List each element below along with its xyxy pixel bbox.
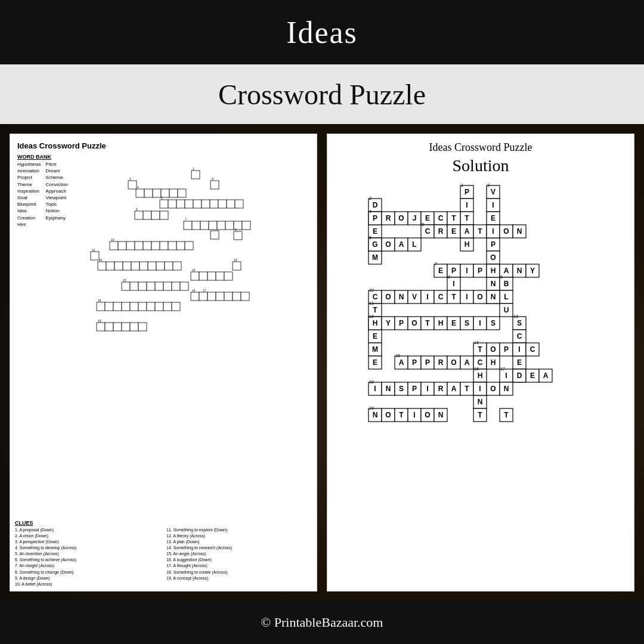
svg-text:T: T	[478, 411, 482, 419]
svg-rect-42	[110, 242, 118, 250]
svg-rect-79	[163, 282, 172, 290]
svg-text:4: 4	[137, 185, 139, 189]
svg-text:N: N	[491, 293, 496, 301]
svg-text:A: A	[504, 267, 509, 275]
svg-text:O: O	[398, 214, 404, 222]
svg-text:N: N	[491, 280, 496, 288]
svg-rect-53	[91, 252, 99, 260]
svg-text:G: G	[372, 240, 377, 249]
svg-rect-11	[178, 189, 186, 197]
svg-rect-59	[131, 262, 140, 270]
svg-text:V: V	[491, 188, 496, 196]
svg-rect-66	[233, 262, 241, 270]
svg-text:3: 3	[212, 177, 213, 181]
word-bank-label: WORD BANK	[17, 154, 69, 160]
svg-text:17: 17	[500, 367, 505, 371]
svg-rect-61	[148, 262, 156, 270]
svg-text:19: 19	[369, 406, 374, 410]
svg-rect-95	[122, 302, 130, 311]
svg-text:N: N	[504, 385, 509, 393]
svg-text:O: O	[477, 293, 482, 301]
svg-text:19: 19	[98, 319, 101, 323]
word-bank-section: WORD BANK Hypothesis Innovation Project …	[17, 154, 69, 370]
svg-rect-4	[128, 181, 137, 189]
svg-rect-57	[114, 262, 123, 270]
svg-text:T: T	[478, 345, 482, 354]
svg-text:I: I	[505, 371, 507, 380]
svg-text:6: 6	[136, 208, 138, 211]
svg-rect-34	[217, 221, 225, 230]
subtitle-title: Crossword Puzzle	[218, 78, 426, 111]
clues-section: CLUES 1. A proposal (Down) 2. A vision (…	[15, 520, 312, 587]
svg-text:O: O	[385, 293, 391, 301]
svg-text:O: O	[503, 227, 509, 236]
right-panel: Ideas Crossword Puzzle Solution .sc { fi…	[327, 134, 634, 592]
svg-rect-48	[160, 242, 168, 250]
svg-rect-90	[241, 292, 249, 301]
svg-text:7: 7	[435, 262, 437, 266]
svg-rect-20	[210, 200, 218, 208]
svg-rect-86	[208, 292, 216, 301]
svg-rect-28	[160, 211, 168, 219]
svg-text:I: I	[413, 411, 415, 419]
svg-text:O: O	[411, 319, 417, 327]
svg-rect-22	[227, 200, 235, 208]
svg-text:I: I	[374, 385, 376, 393]
svg-rect-10	[169, 189, 178, 197]
svg-text:Y: Y	[530, 267, 535, 275]
svg-rect-27	[151, 211, 160, 219]
svg-rect-80	[172, 282, 180, 290]
left-panel-title: Ideas Crossword Puzzle	[17, 141, 309, 150]
svg-text:8: 8	[448, 275, 450, 279]
svg-text:I: I	[492, 227, 494, 236]
svg-rect-8	[153, 189, 161, 197]
svg-text:C: C	[478, 358, 483, 367]
svg-text:E: E	[491, 214, 496, 222]
svg-text:T: T	[465, 385, 469, 393]
svg-text:16: 16	[192, 289, 196, 292]
svg-text:C: C	[530, 345, 535, 354]
svg-text:R: R	[438, 385, 444, 393]
svg-rect-96	[130, 302, 138, 311]
svg-rect-87	[216, 292, 224, 301]
svg-text:E: E	[530, 371, 535, 380]
svg-text:H: H	[373, 319, 378, 327]
svg-text:N: N	[399, 293, 404, 301]
svg-text:O: O	[385, 240, 391, 249]
svg-rect-74	[122, 282, 130, 290]
svg-rect-18	[193, 200, 202, 208]
svg-text:V: V	[412, 293, 417, 301]
svg-text:13: 13	[513, 314, 518, 318]
svg-text:D: D	[373, 201, 378, 209]
svg-text:C: C	[373, 293, 378, 301]
svg-rect-49	[168, 242, 177, 250]
svg-text:P: P	[451, 267, 456, 275]
svg-rect-44	[126, 242, 135, 250]
left-panel: Ideas Crossword Puzzle WORD BANK Hypothe…	[10, 134, 317, 592]
svg-rect-100	[163, 302, 172, 311]
svg-rect-6	[136, 189, 144, 197]
svg-text:N: N	[373, 411, 378, 419]
svg-text:R: R	[438, 227, 444, 236]
svg-text:12: 12	[99, 258, 103, 262]
svg-text:T: T	[451, 293, 456, 301]
svg-text:A: A	[399, 358, 404, 367]
svg-text:E: E	[517, 358, 522, 367]
svg-text:R: R	[386, 214, 391, 222]
svg-text:T: T	[399, 411, 404, 419]
svg-rect-19	[202, 200, 210, 208]
svg-text:M: M	[372, 345, 378, 354]
svg-rect-37	[242, 221, 250, 230]
svg-rect-21	[218, 200, 227, 208]
svg-text:A: A	[543, 371, 549, 380]
svg-text:I: I	[479, 385, 481, 393]
header-title: Ideas	[286, 15, 358, 50]
svg-text:P: P	[478, 267, 482, 275]
svg-text:9: 9	[500, 275, 503, 279]
svg-text:S: S	[491, 319, 496, 327]
clues-label: CLUES	[15, 520, 312, 526]
svg-text:18: 18	[98, 299, 101, 302]
svg-text:15: 15	[395, 354, 400, 358]
svg-rect-105	[113, 323, 122, 331]
svg-text:A: A	[465, 227, 470, 236]
